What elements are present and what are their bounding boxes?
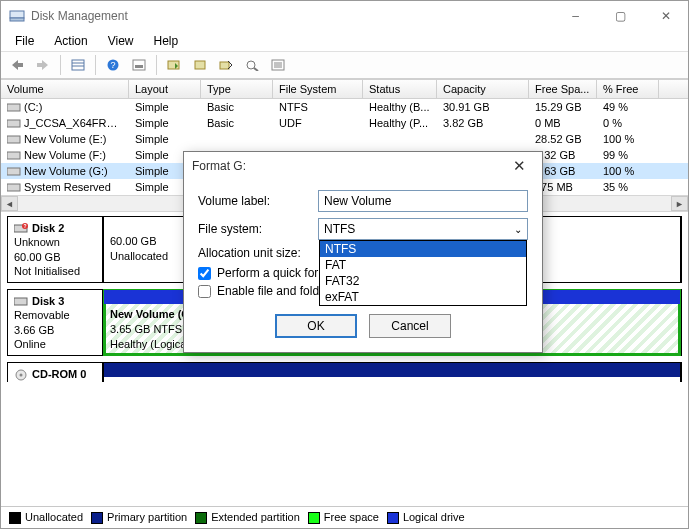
- close-icon: ✕: [513, 157, 526, 174]
- chevron-down-icon: ⌄: [514, 224, 522, 235]
- svg-rect-20: [7, 136, 20, 143]
- maximize-icon: ▢: [615, 9, 626, 23]
- quick-format-checkbox[interactable]: [198, 267, 211, 280]
- disk3-info[interactable]: Disk 3 Removable 3.66 GB Online: [7, 289, 103, 356]
- maximize-button[interactable]: ▢: [598, 1, 643, 31]
- svg-rect-11: [220, 62, 229, 69]
- properties-button[interactable]: [266, 54, 290, 76]
- cdrom-name: CD-ROM 0: [32, 367, 86, 381]
- menubar: File Action View Help: [1, 31, 688, 51]
- col-type[interactable]: Type: [201, 80, 273, 98]
- disk3-name: Disk 3: [32, 294, 64, 308]
- label-volume: Volume label:: [198, 194, 318, 208]
- legend-free: Free space: [308, 511, 379, 524]
- ok-button[interactable]: OK: [275, 314, 357, 338]
- disk3-size: 3.66 GB: [14, 323, 96, 337]
- disk2-name: Disk 2: [32, 221, 64, 235]
- help-button[interactable]: ?: [101, 54, 125, 76]
- svg-rect-10: [195, 61, 205, 69]
- menu-file[interactable]: File: [7, 32, 42, 50]
- menu-view[interactable]: View: [100, 32, 142, 50]
- svg-point-29: [20, 373, 23, 376]
- filesystem-selected-value: NTFS: [324, 222, 355, 236]
- filesystem-option[interactable]: exFAT: [320, 289, 526, 305]
- settings-button[interactable]: [127, 54, 151, 76]
- col-volume[interactable]: Volume: [1, 80, 129, 98]
- legend: Unallocated Primary partition Extended p…: [1, 506, 688, 528]
- legend-primary: Primary partition: [91, 511, 187, 524]
- cdrom-part[interactable]: [103, 362, 681, 382]
- svg-point-12: [247, 61, 255, 69]
- create-vhd-button[interactable]: [188, 54, 212, 76]
- format-dialog: Format G: ✕ Volume label: File system: N…: [183, 151, 543, 353]
- dialog-close-button[interactable]: ✕: [504, 157, 534, 175]
- forward-button[interactable]: [31, 54, 55, 76]
- ok-button-label: OK: [307, 319, 324, 333]
- filesystem-option[interactable]: FAT: [320, 257, 526, 273]
- legend-logical: Logical drive: [387, 511, 465, 524]
- volume-label-input[interactable]: [318, 190, 528, 212]
- disk2-state: Not Initialised: [14, 264, 96, 278]
- titlebar: Disk Management – ▢ ✕: [1, 1, 688, 31]
- close-button[interactable]: ✕: [643, 1, 688, 31]
- svg-rect-0: [10, 11, 24, 18]
- disk3-state: Online: [14, 337, 96, 351]
- table-row[interactable]: J_CCSA_X64FRE_E...SimpleBasicUDFHealthy …: [1, 115, 688, 131]
- dialog-titlebar: Format G: ✕: [184, 152, 542, 180]
- svg-text:?: ?: [23, 223, 26, 229]
- cdrom-info[interactable]: CD-ROM 0: [7, 362, 103, 382]
- filesystem-option[interactable]: NTFS: [320, 241, 526, 257]
- volume-table-header: Volume Layout Type File System Status Ca…: [1, 80, 688, 99]
- refresh-disks-button[interactable]: [162, 54, 186, 76]
- table-row[interactable]: (C:)SimpleBasicNTFSHealthy (B...30.91 GB…: [1, 99, 688, 115]
- menu-action[interactable]: Action: [46, 32, 95, 50]
- svg-rect-8: [135, 65, 143, 68]
- svg-rect-27: [14, 298, 27, 305]
- dialog-title: Format G:: [192, 159, 246, 173]
- col-layout[interactable]: Layout: [129, 80, 201, 98]
- filesystem-option[interactable]: FAT32: [320, 273, 526, 289]
- label-allocation-unit: Allocation unit size:: [198, 246, 318, 260]
- col-freespace[interactable]: Free Spa...: [529, 80, 597, 98]
- minimize-button[interactable]: –: [553, 1, 598, 31]
- svg-text:?: ?: [110, 60, 115, 70]
- col-capacity[interactable]: Capacity: [437, 80, 529, 98]
- compression-checkbox[interactable]: [198, 285, 211, 298]
- disk2-kind: Unknown: [14, 235, 96, 249]
- svg-rect-9: [168, 61, 179, 69]
- svg-rect-19: [7, 120, 20, 127]
- scroll-right-button[interactable]: ►: [671, 196, 688, 211]
- diskmgmt-icon: [9, 8, 25, 24]
- col-pctfree[interactable]: % Free: [597, 80, 659, 98]
- cdrom-icon: [14, 369, 28, 381]
- scroll-left-button[interactable]: ◄: [1, 196, 18, 211]
- back-button[interactable]: [5, 54, 29, 76]
- cancel-button[interactable]: Cancel: [369, 314, 451, 338]
- col-status[interactable]: Status: [363, 80, 437, 98]
- svg-rect-18: [7, 104, 20, 111]
- filesystem-dropdown: NTFSFATFAT32exFAT: [319, 240, 527, 306]
- legend-extended: Extended partition: [195, 511, 300, 524]
- menu-help[interactable]: Help: [146, 32, 187, 50]
- disk2-info[interactable]: ?Disk 2 Unknown 60.00 GB Not Initialised: [7, 216, 103, 283]
- filesystem-select[interactable]: NTFS ⌄ NTFSFATFAT32exFAT: [318, 218, 528, 240]
- svg-rect-22: [7, 168, 20, 175]
- table-view-button[interactable]: [66, 54, 90, 76]
- close-icon: ✕: [661, 9, 671, 23]
- disk-unknown-icon: ?: [14, 222, 28, 234]
- rescan-button[interactable]: [240, 54, 264, 76]
- svg-line-13: [254, 68, 258, 71]
- svg-rect-1: [10, 18, 24, 21]
- disk-removable-icon: [14, 295, 28, 307]
- legend-unallocated: Unallocated: [9, 511, 83, 524]
- cancel-button-label: Cancel: [391, 319, 428, 333]
- window-title: Disk Management: [31, 9, 553, 23]
- attach-vhd-button[interactable]: [214, 54, 238, 76]
- svg-rect-23: [7, 184, 20, 191]
- col-filesystem[interactable]: File System: [273, 80, 363, 98]
- svg-rect-21: [7, 152, 20, 159]
- minimize-icon: –: [572, 9, 579, 23]
- disk3-kind: Removable: [14, 308, 96, 322]
- table-row[interactable]: New Volume (E:)Simple28.52 GB100 %: [1, 131, 688, 147]
- label-filesystem: File system:: [198, 222, 318, 236]
